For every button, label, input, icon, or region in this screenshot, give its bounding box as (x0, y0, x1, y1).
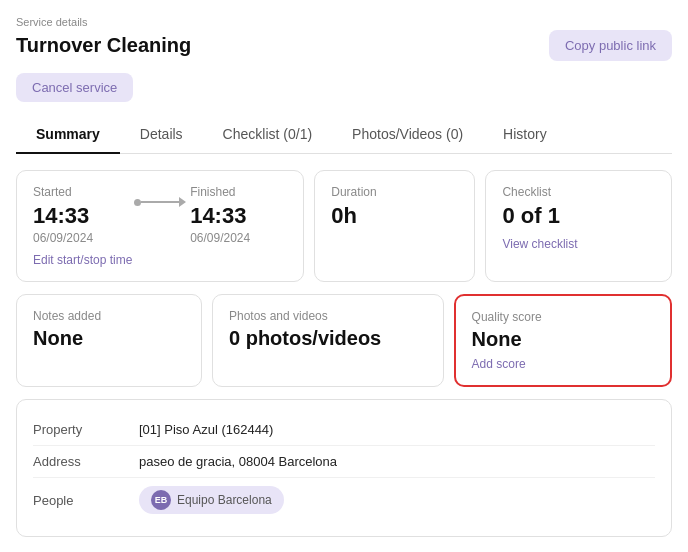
tab-photos-videos[interactable]: Photos/Videos (0) (332, 116, 483, 154)
property-row: Property [01] Piso Azul (162444) (33, 414, 655, 446)
notes-label: Notes added (33, 309, 185, 323)
view-checklist-link[interactable]: View checklist (502, 237, 577, 251)
finished-block: Finished 14:33 06/09/2024 (190, 185, 287, 251)
badge-label: Equipo Barcelona (177, 493, 272, 507)
notes-card: Notes added None (16, 294, 202, 387)
photos-label: Photos and videos (229, 309, 427, 323)
checklist-label: Checklist (502, 185, 655, 199)
people-value: EB Equipo Barcelona (139, 486, 284, 514)
duration-label: Duration (331, 185, 458, 199)
duration-card: Duration 0h (314, 170, 475, 282)
checklist-card: Checklist 0 of 1 View checklist (485, 170, 672, 282)
page-title: Turnover Cleaning (16, 34, 191, 57)
tab-bar: Summary Details Checklist (0/1) Photos/V… (16, 116, 672, 154)
photos-value: 0 photos/videos (229, 327, 427, 350)
tab-checklist[interactable]: Checklist (0/1) (203, 116, 332, 154)
time-arrow (130, 185, 190, 207)
add-score-link[interactable]: Add score (472, 357, 526, 371)
address-label: Address (33, 454, 123, 469)
started-block: Started 14:33 06/09/2024 (33, 185, 130, 251)
tab-summary[interactable]: Summary (16, 116, 120, 154)
tab-details[interactable]: Details (120, 116, 203, 154)
cancel-service-button[interactable]: Cancel service (16, 73, 133, 102)
property-value: [01] Piso Azul (162444) (139, 422, 273, 437)
notes-value: None (33, 327, 185, 350)
finished-label: Finished (190, 185, 287, 199)
started-date: 06/09/2024 (33, 231, 130, 245)
duration-value: 0h (331, 203, 458, 229)
quality-value: None (472, 328, 654, 351)
copy-public-link-button[interactable]: Copy public link (549, 30, 672, 61)
people-row: People EB Equipo Barcelona (33, 478, 655, 522)
time-card: Started 14:33 06/09/2024 Finished 14:33 … (16, 170, 304, 282)
service-details-label: Service details (16, 16, 672, 28)
info-card: Property [01] Piso Azul (162444) Address… (16, 399, 672, 537)
people-label: People (33, 493, 123, 508)
tab-history[interactable]: History (483, 116, 567, 154)
edit-start-stop-link[interactable]: Edit start/stop time (33, 253, 132, 267)
people-badge: EB Equipo Barcelona (139, 486, 284, 514)
address-row: Address paseo de gracia, 08004 Barcelona (33, 446, 655, 478)
address-value: paseo de gracia, 08004 Barcelona (139, 454, 337, 469)
finished-date: 06/09/2024 (190, 231, 287, 245)
quality-label: Quality score (472, 310, 654, 324)
photos-card: Photos and videos 0 photos/videos (212, 294, 444, 387)
finished-time: 14:33 (190, 203, 287, 229)
started-time: 14:33 (33, 203, 130, 229)
quality-card: Quality score None Add score (454, 294, 672, 387)
property-label: Property (33, 422, 123, 437)
checklist-value: 0 of 1 (502, 203, 655, 229)
started-label: Started (33, 185, 130, 199)
avatar: EB (151, 490, 171, 510)
